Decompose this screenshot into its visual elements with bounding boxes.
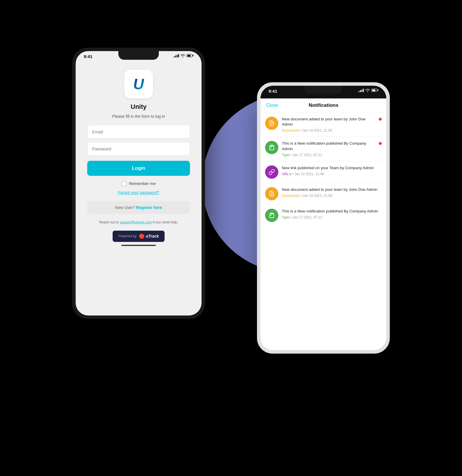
link-icon bbox=[269, 169, 275, 175]
unread-dot-2 bbox=[379, 142, 382, 145]
notif-date-1: • Jan 19 2021, 21:56 bbox=[300, 128, 332, 132]
notif-meta-4: Documents • Jan 19 2021, 21:56 bbox=[282, 194, 382, 198]
help-suffix: if you need help. bbox=[152, 220, 178, 224]
notif-icon-5 bbox=[265, 209, 278, 222]
notif-message-5: This is a New notification published By … bbox=[282, 209, 382, 214]
signal-icon bbox=[174, 54, 179, 57]
notif-message-3: New link published on your Team by Compa… bbox=[282, 165, 382, 171]
notif-body-2: This is a New notification published By … bbox=[282, 141, 375, 157]
wifi-icon bbox=[180, 54, 185, 57]
remember-row: Remember me bbox=[122, 181, 156, 186]
status-icons bbox=[174, 54, 193, 57]
notifications-title: Notifications bbox=[309, 102, 338, 108]
notifications-list: New document added to your team by John … bbox=[260, 113, 386, 350]
scene: 9:41 bbox=[72, 36, 390, 440]
notif-body-5: This is a New notification published By … bbox=[282, 209, 382, 219]
notif-meta-5: Type • Jan 17 2021, 07:12 bbox=[282, 215, 382, 219]
login-content: U Unity Please fill in the form to log i… bbox=[76, 64, 202, 316]
notif-icon-4 bbox=[265, 187, 278, 200]
login-button[interactable]: Login bbox=[87, 161, 190, 176]
svg-rect-1 bbox=[271, 124, 272, 124]
login-phone-inner: 9:41 bbox=[76, 51, 202, 316]
notif-date-2: • Jan 17 2021, 07:12 bbox=[290, 153, 322, 157]
new-user-text: New User? bbox=[115, 205, 135, 210]
notification-item-5[interactable]: This is a New notification published By … bbox=[260, 205, 386, 226]
login-subtitle: Please fill in the form to log in bbox=[112, 114, 165, 119]
notif-icon-3 bbox=[265, 165, 278, 179]
app-logo: U bbox=[124, 70, 153, 98]
notif-date-5: • Jan 17 2021, 07:12 bbox=[290, 215, 322, 219]
remember-checkbox[interactable] bbox=[122, 181, 127, 186]
clipboard-icon-2 bbox=[269, 212, 275, 219]
phone-notch bbox=[118, 51, 159, 60]
help-prefix: Reach out to bbox=[99, 220, 120, 224]
notification-item-2[interactable]: This is a New notification published By … bbox=[260, 137, 386, 161]
notif-category-1: Documents bbox=[282, 128, 299, 132]
unity-letter: U bbox=[133, 75, 144, 93]
register-link[interactable]: Register here bbox=[136, 205, 162, 210]
document-icon-2 bbox=[269, 191, 275, 197]
notif-meta-1: Documents • Jan 19 2021, 21:56 bbox=[282, 128, 375, 132]
close-button[interactable]: Close bbox=[266, 103, 278, 108]
status-time: 9:41 bbox=[84, 54, 92, 59]
notif-message-4: New document added to your team by John … bbox=[282, 187, 382, 193]
notif-category-5: Type bbox=[282, 215, 289, 219]
notif-category-4: Documents bbox=[282, 194, 299, 198]
notif-body-3: New link published on your Team by Compa… bbox=[282, 165, 382, 176]
status-time-2: 9:41 bbox=[269, 89, 277, 94]
signal-icon-2 bbox=[359, 89, 364, 92]
home-indicator bbox=[121, 245, 156, 246]
notif-meta-3: URL's • Jan 10 2021, 12:46 bbox=[282, 172, 382, 176]
notif-meta-2: Type • Jan 17 2021, 07:12 bbox=[282, 153, 375, 157]
notif-message-2: This is a New notification published By … bbox=[282, 141, 375, 152]
phone-notch-2 bbox=[305, 86, 342, 94]
notif-date-3: • Jan 10 2021, 12:46 bbox=[292, 172, 324, 176]
notif-body-1: New document added to your team by John … bbox=[282, 117, 375, 133]
password-field[interactable] bbox=[87, 142, 190, 156]
svg-rect-0 bbox=[271, 123, 273, 124]
status-icons-2 bbox=[359, 89, 378, 92]
notification-item-1[interactable]: New document added to your team by John … bbox=[260, 113, 386, 137]
notification-item-3[interactable]: New link published on your Team by Compa… bbox=[260, 161, 386, 183]
notif-body-4: New document added to your team by John … bbox=[282, 187, 382, 198]
battery-icon-2 bbox=[371, 89, 378, 92]
svg-rect-3 bbox=[271, 195, 272, 195]
utrack-icon-red: 🔴 bbox=[139, 234, 145, 239]
document-icon bbox=[269, 120, 275, 126]
clipboard-icon bbox=[269, 144, 275, 151]
notification-item-4[interactable]: New document added to your team by John … bbox=[260, 183, 386, 205]
wifi-icon-2 bbox=[365, 89, 370, 92]
notif-icon-1 bbox=[265, 117, 278, 130]
register-box: New User? Register here bbox=[87, 201, 190, 214]
unread-dot-1 bbox=[379, 118, 382, 121]
svg-rect-2 bbox=[271, 194, 273, 194]
email-field[interactable] bbox=[87, 125, 190, 139]
notifications-header: Close Notifications bbox=[260, 98, 386, 113]
utrack-logo: 🔴 uTrack bbox=[139, 234, 159, 239]
help-email[interactable]: support@utrack.com bbox=[120, 220, 152, 224]
notif-date-4: • Jan 19 2021, 21:56 bbox=[300, 194, 332, 198]
notif-category-2: Type bbox=[282, 153, 289, 157]
notifications-phone-inner: 9:41 bbox=[260, 86, 386, 350]
battery-icon bbox=[187, 54, 193, 57]
brand-name: uTrack bbox=[146, 234, 159, 238]
notif-message-1: New document added to your team by John … bbox=[282, 117, 375, 128]
powered-badge: Powered by 🔴 uTrack bbox=[113, 231, 165, 242]
notifications-phone: 9:41 bbox=[257, 82, 390, 354]
powered-text: Powered by bbox=[118, 234, 137, 238]
notif-icon-2 bbox=[265, 141, 278, 154]
notif-category-3: URL's bbox=[282, 172, 291, 176]
app-name: Unity bbox=[131, 103, 147, 111]
forgot-password-link[interactable]: Forgot your password? bbox=[118, 190, 159, 195]
remember-label: Remember me bbox=[129, 181, 156, 186]
login-phone: 9:41 bbox=[72, 48, 205, 319]
help-text: Reach out to support@utrack.com if you n… bbox=[99, 220, 178, 225]
